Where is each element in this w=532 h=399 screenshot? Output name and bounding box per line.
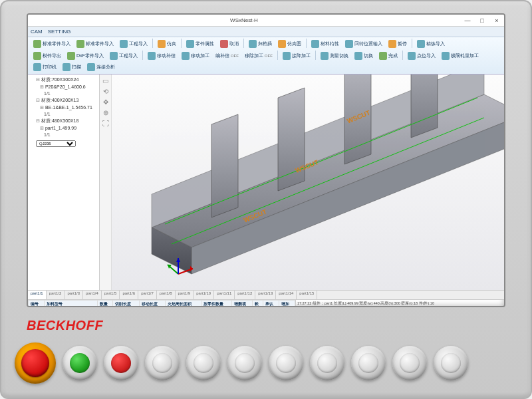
btn-simview[interactable]: 仿真图	[275, 39, 304, 49]
emergency-stop-button[interactable]	[15, 342, 56, 384]
tab[interactable]: part1/1	[28, 291, 47, 299]
btn-mod-export[interactable]: 模件导出	[31, 51, 64, 61]
tab[interactable]: part1/15	[297, 291, 317, 299]
col-partqty[interactable]: 按零件数量	[201, 301, 231, 308]
tab[interactable]: part1/11	[214, 291, 235, 299]
stop-button[interactable]	[104, 346, 138, 380]
btn-limit[interactable]: 极限耗量加工	[439, 51, 481, 61]
btn-rotpos[interactable]: 回转位置输入	[342, 39, 385, 49]
btn-scan[interactable]: 扫描	[60, 62, 84, 72]
push-button-2[interactable]	[186, 346, 221, 380]
process-icon	[182, 52, 190, 60]
btn-matprop[interactable]: 材料特性	[309, 39, 342, 49]
btn-point[interactable]: 点位导入	[405, 51, 438, 61]
btn-toggle[interactable]: 切换	[352, 51, 376, 61]
pan-icon[interactable]: ✥	[102, 98, 110, 106]
btn-proj-import[interactable]: 工程导入	[117, 39, 150, 49]
tree-item[interactable]: 材质:400X200X13	[29, 96, 98, 104]
col-area[interactable]: 火焰周长面积	[166, 301, 201, 308]
data-table[interactable]: 编号 加料型号 数量 切削长度 移动长度 火焰周长面积 按零件数量 增删项 帐 …	[28, 300, 295, 307]
3d-viewport[interactable]: WSCUT WSCUT WSCUT	[112, 74, 504, 290]
tree-item[interactable]: 1/1	[29, 111, 98, 117]
tree-item[interactable]: BE-1&BE-1_1.5456.71	[29, 104, 98, 111]
start-button[interactable]	[63, 346, 97, 380]
rotate-icon[interactable]: ⟲	[102, 88, 110, 96]
btn-done[interactable]: 完成	[376, 51, 400, 61]
btn-part-attr[interactable]: 零件属性	[184, 39, 217, 49]
push-button-7[interactable]	[392, 346, 427, 380]
push-button-6[interactable]	[351, 346, 386, 380]
col-model[interactable]: 加料型号	[44, 301, 97, 308]
col-qty[interactable]: 数量	[97, 301, 113, 308]
btn-dropproc[interactable]: 接降加工	[280, 51, 313, 61]
btn-cancel[interactable]: 取消	[217, 39, 241, 49]
push-button-4[interactable]	[269, 346, 303, 380]
application-screen: WSxNest-H — □ × CAM SETTING 标准零件导入 标准零件导…	[27, 13, 505, 307]
part-tree[interactable]: 材质:700X300X24 P20&P20_1.4600.6 1/1 材质:40…	[28, 74, 99, 148]
tab[interactable]: part1/2	[47, 291, 65, 299]
push-button-3[interactable]	[227, 346, 262, 380]
tab[interactable]: part1/9	[176, 291, 194, 299]
btn-std-import2[interactable]: 标准零件导入	[74, 39, 116, 49]
done-icon	[379, 52, 387, 60]
material-select[interactable]: QJ235	[36, 140, 98, 147]
tab[interactable]: part1/3	[65, 291, 83, 299]
tab[interactable]: part1/7	[138, 291, 157, 299]
col-add[interactable]: 增加	[279, 301, 295, 308]
btn-archive[interactable]: 归档插	[246, 39, 275, 49]
svg-marker-5	[278, 88, 305, 191]
import-icon	[76, 40, 84, 48]
tree-item[interactable]: 材质:700X300X24	[29, 76, 98, 84]
tree-item[interactable]: P20&P20_1.4600.6	[29, 84, 98, 90]
tree-item[interactable]: 1/1	[29, 132, 98, 138]
tab[interactable]: part1/4	[83, 291, 102, 299]
maximize-button[interactable]: □	[475, 15, 489, 26]
btn-conn[interactable]: 连接分析	[84, 62, 118, 72]
message-log[interactable]: 17:27:22 组件：part1 长度(L):409.99 宽度(w):440…	[295, 300, 504, 307]
btn-proj-import2[interactable]: 工程导入	[107, 51, 140, 61]
btn-editcomp[interactable]: 编补偿OFF	[213, 51, 241, 61]
tab[interactable]: part1/10	[194, 291, 214, 299]
btn-pause[interactable]: 暂停	[386, 39, 410, 49]
col-movelen[interactable]: 移动长度	[140, 301, 166, 308]
cursor-icon[interactable]: ▭	[102, 77, 110, 85]
close-button[interactable]: ×	[490, 15, 503, 26]
push-button-5[interactable]	[310, 346, 344, 380]
btn-refine[interactable]: 精炼导入	[414, 39, 448, 49]
menu-cam[interactable]: CAM	[31, 29, 43, 35]
ribbon-toolbar: 标准零件导入 标准零件导入 工程导入 仿真 零件属性 取消 归档插 仿真图 材料…	[28, 37, 504, 74]
tree-item[interactable]: 材质:480X300X18	[29, 117, 98, 125]
push-button-1[interactable]	[145, 346, 180, 380]
limit-icon	[442, 52, 450, 60]
push-button-8[interactable]	[434, 346, 468, 380]
btn-moveproc[interactable]: 移动加工	[179, 51, 212, 61]
toggle-icon	[354, 52, 362, 60]
tab[interactable]: part1/12	[235, 291, 255, 299]
tab[interactable]: part1/6	[120, 291, 138, 299]
tree-item[interactable]: part1_1.499.99	[29, 125, 98, 132]
tab[interactable]: part1/8	[157, 291, 176, 299]
btn-movecomp[interactable]: 移动补偿	[145, 51, 178, 61]
btn-sim[interactable]: 仿真	[155, 39, 179, 49]
tab[interactable]: part1/13	[255, 291, 276, 299]
col-acct[interactable]: 帐	[253, 301, 263, 308]
fit-icon[interactable]: ⛶	[102, 120, 110, 128]
col-id[interactable]: 编号	[29, 301, 45, 308]
btn-print[interactable]: 打印机	[31, 62, 59, 72]
btn-std-import[interactable]: 标准零件导入	[31, 39, 73, 49]
zoom-icon[interactable]: ⊕	[102, 109, 110, 117]
col-cutlen[interactable]: 切削长度	[113, 301, 140, 308]
btn-dxf-import[interactable]: DxF零件导入	[65, 51, 106, 61]
separator	[315, 51, 316, 60]
btn-measure[interactable]: 测量切换	[318, 51, 351, 61]
tab[interactable]: part1/5	[102, 291, 120, 299]
btn-removeproc[interactable]: 移除加工OFF	[242, 51, 275, 61]
import-icon	[33, 40, 41, 48]
tree-item[interactable]: 1/1	[29, 90, 98, 96]
tab[interactable]: part1/14	[276, 291, 297, 299]
menu-setting[interactable]: SETTING	[48, 29, 71, 35]
col-approve[interactable]: 承认	[263, 301, 279, 308]
col-adddel[interactable]: 增删项	[231, 301, 252, 308]
scan-icon	[63, 63, 70, 71]
minimize-button[interactable]: —	[461, 15, 474, 26]
